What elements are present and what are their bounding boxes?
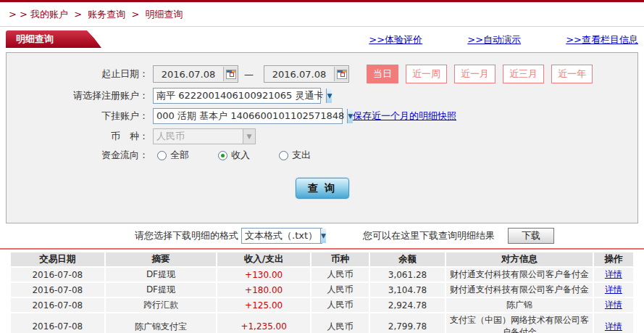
chevron-down-icon: ▼ [243, 129, 255, 144]
section-header: 明细查询 >>体验评价 >>自动演示 >>查看栏目信息 [0, 30, 644, 52]
breadcrumb: > > 我的账户 > 账务查询 > 明细查询 [0, 2, 644, 27]
query-button[interactable]: 查 询 [296, 178, 349, 199]
flow-direction-label: 资金流向： [7, 149, 149, 162]
link-column-info[interactable]: >>查看栏目信息 [566, 34, 638, 45]
flow-radio-expense[interactable]: 支出 [279, 149, 311, 162]
detail-link[interactable]: 详情 [605, 321, 622, 332]
cell-summary: 跨行汇款 [106, 298, 216, 312]
date-to-input[interactable]: 2016.07.08 [264, 65, 349, 83]
breadcrumb-separator: > [131, 9, 139, 20]
register-account-select[interactable]: 南平 6222001406100921065 灵通卡 ▼ [153, 88, 321, 104]
col-header-action: 操作 [594, 252, 633, 266]
sub-account-value: 000 活期 基本户 1406600101102571848 [154, 110, 347, 123]
calendar-icon[interactable] [223, 67, 238, 81]
chevron-down-icon: ▼ [320, 229, 326, 243]
flow-radio-all-label: 全部 [170, 149, 189, 162]
range-button-last-week[interactable]: 近一周 [406, 65, 447, 83]
flow-radio-all[interactable]: 全部 [157, 149, 189, 162]
radio-icon [218, 151, 227, 160]
download-hint: 您可以在这里下载查询明细结果 [363, 229, 495, 242]
date-to-value: 2016.07.08 [264, 69, 334, 80]
sub-account-select[interactable]: 000 活期 基本户 1406600101102571848 ▼ [153, 108, 343, 124]
radio-icon [279, 151, 288, 160]
flow-direction-row: 资金流向： 全部 收入 支出 [7, 149, 637, 162]
flow-radio-income[interactable]: 收入 [218, 149, 250, 162]
currency-value: 人民币 [154, 130, 243, 143]
flow-radio-expense-label: 支出 [292, 149, 311, 162]
col-header-currency: 币种 [311, 252, 369, 266]
cell-summary: DF提现 [106, 268, 216, 281]
detail-link[interactable]: 详情 [605, 284, 622, 295]
cell-currency: 人民币 [311, 283, 369, 297]
cell-summary: 陈广锦支付宝 [106, 313, 216, 333]
tab-detail-query[interactable]: 明细查询 [6, 30, 101, 48]
results-table: 交易日期 摘要 收入/支出 币种 余额 对方信息 操作 2016-07-08 D… [9, 251, 635, 333]
cell-currency: 人民币 [311, 313, 369, 333]
cell-currency: 人民币 [311, 298, 369, 312]
link-auto-demo[interactable]: >>自动演示 [467, 34, 521, 45]
snapshot-link[interactable]: 保存近一个月的明细快照 [353, 110, 456, 123]
cell-date: 2016-07-08 [11, 313, 104, 333]
link-experience-rating[interactable]: >>体验评价 [369, 34, 422, 45]
radio-icon [157, 151, 167, 160]
breadcrumb-item-detail-query[interactable]: 明细查询 [145, 9, 183, 20]
cell-balance: 3,061.28 [370, 268, 445, 281]
results-table-wrap: 交易日期 摘要 收入/支出 币种 余额 对方信息 操作 2016-07-08 D… [0, 250, 644, 333]
cell-currency: 人民币 [311, 268, 369, 281]
cell-amount: +125.00 [217, 298, 310, 312]
register-account-label: 请选择注册账户： [7, 89, 149, 102]
range-button-last-year[interactable]: 近一年 [551, 65, 593, 83]
cell-counterparty: 陈广锦 [446, 298, 593, 312]
download-button[interactable]: 下载 [508, 228, 554, 244]
breadcrumb-item-my-account[interactable]: 我的账户 [30, 9, 68, 20]
detail-link[interactable]: 详情 [605, 269, 622, 279]
cell-counterparty: 财付通支付科技有限公司客户备付金 [446, 268, 593, 281]
cell-date: 2016-07-08 [11, 298, 104, 312]
download-format-label: 请您选择下载明细的格式 [135, 229, 238, 242]
flow-radio-income-label: 收入 [231, 149, 250, 162]
sub-account-label: 下挂账户： [7, 110, 149, 123]
currency-row: 币 种： 人民币 ▼ [7, 128, 637, 144]
col-header-counterparty: 对方信息 [446, 252, 593, 266]
cell-amount: +180.00 [217, 283, 310, 297]
col-header-amount: 收入/支出 [217, 252, 310, 266]
table-row: 2016-07-08 DF提现 +180.00 人民币 3,104.78 财付通… [11, 283, 633, 297]
chevron-down-icon: ▼ [326, 89, 332, 103]
cell-balance: 2,924.78 [370, 298, 445, 312]
sub-account-row: 下挂账户： 000 活期 基本户 1406600101102571848 ▼ 保… [7, 108, 637, 124]
col-header-summary: 摘要 [106, 252, 216, 266]
cell-counterparty: 支付宝（中国）网络技术有限公司客户备付金 [446, 313, 593, 333]
date-from-value: 2016.07.08 [154, 69, 223, 80]
currency-label: 币 种： [7, 130, 149, 143]
breadcrumb-item-account-query[interactable]: 账务查询 [88, 9, 125, 20]
date-range-dash: — [244, 69, 254, 80]
calendar-glyph [337, 70, 347, 79]
date-from-input[interactable]: 2016.07.08 [153, 65, 238, 83]
download-format-select[interactable]: 文本格式（.txt） ▼ [241, 228, 322, 244]
cell-summary: DF提现 [106, 283, 216, 297]
breadcrumb-prefix: > > [9, 9, 28, 20]
query-button-row: 查 询 [7, 178, 637, 199]
cell-date: 2016-07-08 [11, 268, 104, 281]
table-row: 2016-07-08 DF提现 +130.00 人民币 3,061.28 财付通… [11, 268, 633, 281]
table-header-row: 交易日期 摘要 收入/支出 币种 余额 对方信息 操作 [11, 252, 633, 266]
cell-balance: 3,104.78 [370, 283, 445, 297]
cell-balance: 2,799.78 [370, 313, 445, 333]
date-range-label: 起止日期： [7, 67, 149, 81]
col-header-balance: 余额 [370, 252, 445, 266]
col-header-date: 交易日期 [11, 252, 104, 266]
range-button-last-3-months[interactable]: 近三月 [503, 65, 544, 83]
calendar-icon[interactable] [334, 67, 348, 81]
range-button-today[interactable]: 当日 [367, 65, 398, 83]
calendar-glyph [226, 70, 236, 79]
download-row: 请您选择下载明细的格式 文本格式（.txt） ▼ 您可以在这里下载查询明细结果 … [0, 223, 644, 248]
cell-amount: +1,235.00 [217, 313, 310, 333]
register-account-value: 南平 6222001406100921065 灵通卡 [154, 89, 326, 102]
table-row: 2016-07-08 跨行汇款 +125.00 人民币 2,924.78 陈广锦… [11, 298, 633, 312]
quick-range-buttons: 当日 近一周 近一月 近三月 近一年 [359, 65, 593, 83]
cell-amount: +130.00 [217, 268, 310, 281]
query-form-panel: 起止日期： 2016.07.08 — 2016.07.08 当日 近一周 近一月… [6, 52, 638, 223]
detail-link[interactable]: 详情 [605, 300, 622, 310]
date-range-row: 起止日期： 2016.07.08 — 2016.07.08 当日 近一周 近一月… [7, 65, 637, 83]
range-button-last-month[interactable]: 近一月 [454, 65, 495, 83]
